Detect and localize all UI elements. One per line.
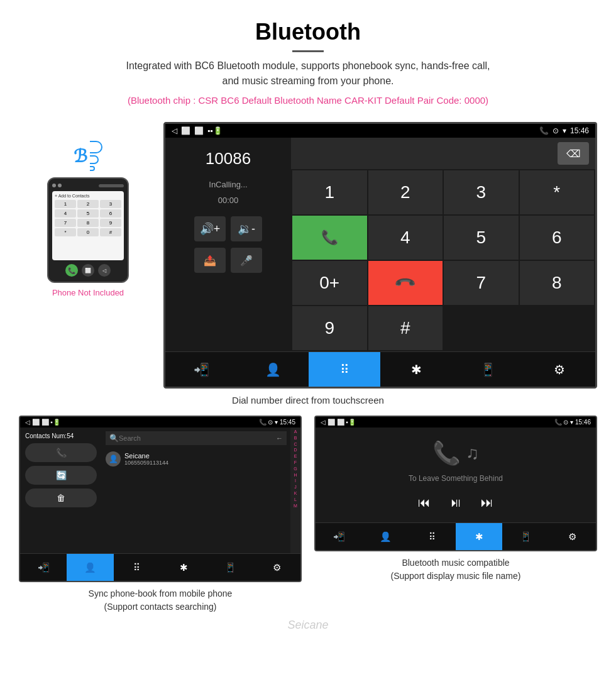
volume-up-btn[interactable]: 🔊+ [194, 216, 226, 241]
key-1[interactable]: 1 [292, 170, 367, 214]
delete-action-btn[interactable]: 🗑 [25, 488, 97, 507]
key-7[interactable]: 7 [444, 261, 519, 305]
key-9[interactable]: 9 [292, 306, 367, 350]
page-header: Bluetooth Integrated with BC6 Bluetooth … [0, 0, 616, 116]
music-status-right: 📞 ⊙ ▾ 15:46 [554, 419, 591, 426]
small-nav-call[interactable]: 📲 [20, 554, 67, 581]
key-0plus[interactable]: 0+ [292, 261, 367, 305]
nav-call-transfer[interactable]: 📲 [165, 352, 237, 387]
phone-key-4[interactable]: 4 [55, 209, 76, 218]
music-nav-call[interactable]: 📲 [316, 523, 362, 550]
contacts-bottom-nav: 📲 👤 ⠿ ✱ 📱 ⚙ [20, 553, 300, 581]
alpha-f[interactable]: F [290, 460, 300, 466]
phone-key-hash[interactable]: # [100, 228, 121, 236]
location-icon: ⊙ [553, 126, 559, 135]
music-note-icon: ♫ [466, 443, 479, 463]
mute-btn[interactable]: 🎤 [231, 248, 262, 273]
phone-key-3[interactable]: 3 [100, 200, 121, 208]
small-nav-transfer[interactable]: 📱 [207, 554, 253, 581]
key-hash[interactable]: # [368, 306, 443, 350]
alpha-sidebar: A B C D E F G H I J K L M [290, 428, 300, 553]
small-nav-keypad[interactable]: ⠿ [114, 554, 160, 581]
key-2[interactable]: 2 [368, 170, 443, 214]
phone-key-7[interactable]: 7 [55, 219, 76, 227]
next-btn[interactable]: ⏭ [481, 495, 493, 510]
nav-contacts[interactable]: 👤 [237, 352, 309, 387]
alpha-h[interactable]: H [290, 472, 300, 478]
phone-key-2[interactable]: 2 [77, 200, 99, 208]
header-divider [292, 50, 324, 52]
alpha-e[interactable]: E [290, 453, 300, 460]
alpha-c[interactable]: C [290, 441, 300, 448]
backspace-btn[interactable]: ⌫ [558, 142, 589, 165]
key-8[interactable]: 8 [520, 261, 595, 305]
music-nav-settings[interactable]: ⚙ [549, 523, 596, 550]
nav-settings[interactable]: ⚙ [524, 352, 595, 387]
key-6[interactable]: 6 [520, 216, 595, 260]
play-pause-btn[interactable]: ⏯ [449, 495, 462, 510]
large-bottom-nav: 📲 👤 ⠿ ✱ 📱 ⚙ [165, 351, 595, 387]
left-panel: 10086 InCalling... 00:00 🔊+ 🔉- 📤 [165, 138, 291, 351]
phone-status-icon: 📞 [539, 126, 549, 135]
key-3[interactable]: 3 [444, 170, 519, 214]
volume-down-btn[interactable]: 🔉- [231, 216, 262, 241]
phone-key-6[interactable]: 6 [100, 209, 121, 218]
key-star[interactable]: * [520, 170, 595, 214]
alpha-m[interactable]: M [290, 503, 300, 509]
phone-key-0[interactable]: 0 [77, 228, 99, 236]
phone-call-icon: 📞 [68, 267, 75, 274]
music-nav-transfer[interactable]: 📱 [502, 523, 549, 550]
call-action-btn[interactable]: 📞 [25, 443, 97, 462]
alpha-d[interactable]: D [290, 447, 300, 453]
music-bottom-nav: 📲 👤 ⠿ ✱ 📱 ⚙ [316, 522, 596, 550]
phone-keypad: 1 2 3 4 5 6 7 8 9 * 0 # [55, 200, 121, 236]
alpha-l[interactable]: L [290, 497, 300, 503]
top-row: ℬ + Add to Contacts [19, 122, 597, 389]
phone-key-9[interactable]: 9 [100, 219, 121, 227]
end-call-btn[interactable]: 📞 [368, 261, 443, 305]
phone-home-btn[interactable]: ⬜ [82, 264, 94, 277]
alpha-b[interactable]: B [290, 435, 300, 441]
call-btn[interactable]: 📞 [292, 216, 367, 260]
music-nav-bluetooth[interactable]: ✱ [456, 523, 502, 550]
music-nav-keypad[interactable]: ⠿ [409, 523, 456, 550]
transfer-btn[interactable]: 📤 [194, 248, 226, 273]
sync-action-btn[interactable]: 🔄 [25, 466, 97, 485]
contacts-screen-wrap: ◁ ⬜ ⬜ ▪🔋 📞 ⊙ ▾ 15:45 Contacts Num:54 📞 🔄… [19, 416, 302, 614]
music-controls: ⏮ ⏯ ⏭ [418, 495, 493, 510]
alpha-i[interactable]: I [290, 478, 300, 484]
nav-keypad[interactable]: ⠿ [309, 352, 380, 387]
alpha-j[interactable]: J [290, 484, 300, 490]
small-nav-settings[interactable]: ⚙ [254, 554, 300, 581]
phone-key-8[interactable]: 8 [77, 219, 99, 227]
phone-side: ℬ + Add to Contacts [19, 122, 157, 297]
prev-btn[interactable]: ⏮ [418, 495, 431, 510]
phone-key-star[interactable]: * [55, 228, 76, 236]
end-call-icon: 📞 [393, 271, 417, 294]
phone-dots [52, 184, 62, 187]
signal-waves-icon [90, 141, 102, 171]
phone-mockup: + Add to Contacts 1 2 3 4 5 6 7 8 9 * 0 … [47, 177, 129, 283]
phone-key-5[interactable]: 5 [77, 209, 99, 218]
alpha-a[interactable]: A [290, 429, 300, 435]
contact-item[interactable]: 👤 Seicane 10655059113144 [106, 449, 287, 469]
phone-mockup-header [52, 184, 124, 187]
small-nav-bluetooth[interactable]: ✱ [160, 554, 207, 581]
nav-bluetooth[interactable]: ✱ [380, 352, 452, 387]
key-4[interactable]: 4 [368, 216, 443, 260]
music-nav-contacts[interactable]: 👤 [362, 523, 409, 550]
small-transfer-icon: 📱 [224, 562, 236, 573]
alpha-g[interactable]: G [290, 466, 300, 472]
clear-search-icon[interactable]: ← [276, 434, 283, 442]
phone-key-1[interactable]: 1 [55, 200, 76, 208]
phone-back-btn[interactable]: ◁ [98, 264, 111, 277]
alpha-k[interactable]: K [290, 490, 300, 497]
music-status-bar: ◁ ⬜ ⬜ ▪🔋 📞 ⊙ ▾ 15:46 [316, 417, 596, 428]
key-5[interactable]: 5 [444, 216, 519, 260]
phone-call-btn[interactable]: 📞 [65, 264, 78, 277]
search-input[interactable] [119, 434, 276, 442]
nav-phone-transfer[interactable]: 📱 [452, 352, 524, 387]
transfer-icon: 📤 [204, 255, 216, 267]
main-section: ℬ + Add to Contacts [0, 116, 616, 637]
small-nav-contacts[interactable]: 👤 [67, 554, 113, 581]
